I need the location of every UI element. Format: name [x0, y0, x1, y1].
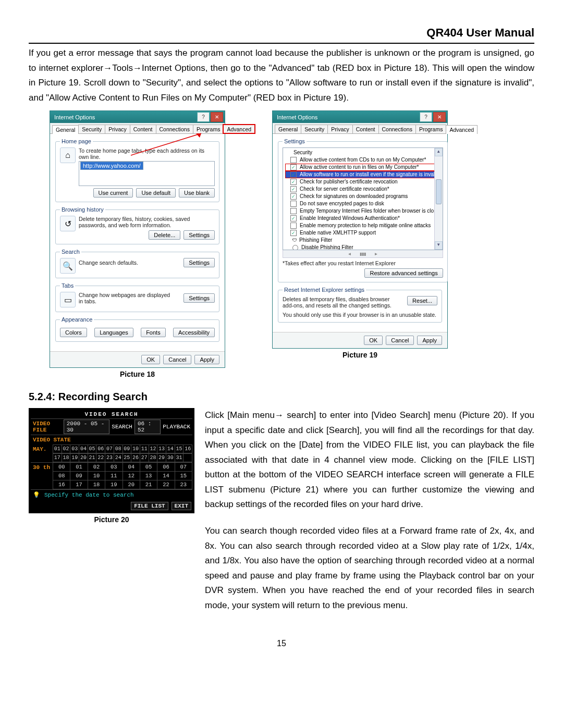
dialog-ok-button[interactable]: OK	[364, 336, 383, 345]
tabs-settings-button[interactable]: Settings	[183, 293, 215, 303]
calendar-day-cell[interactable]: 10	[131, 445, 140, 453]
close-icon[interactable]: ✕	[211, 112, 223, 122]
radio-icon[interactable]	[292, 245, 298, 251]
calendar-day-cell[interactable]: 02	[62, 445, 71, 453]
calendar-day-cell[interactable]: 28	[149, 454, 158, 462]
reset-button[interactable]: Reset...	[407, 296, 437, 305]
tab-advanced[interactable]: Advanced	[446, 125, 478, 134]
tab-content[interactable]: Content	[130, 125, 156, 133]
scroll-up-arrow[interactable]: ▲	[435, 148, 443, 156]
hour-cell[interactable]: 02	[88, 463, 105, 472]
checkbox-icon[interactable]: ✓	[290, 215, 297, 221]
setting-row[interactable]: ✓Enable Integrated Windows Authenticatio…	[285, 215, 440, 222]
video-time-input[interactable]: 06 : 52	[134, 419, 161, 434]
calendar-day-cell[interactable]: 26	[131, 454, 140, 462]
hour-cell[interactable]: 17	[70, 480, 88, 489]
calendar-day-cell[interactable]: 17	[53, 454, 62, 462]
hour-cell[interactable]: 08	[53, 472, 70, 480]
setting-row[interactable]: Empty Temporary Internet Files folder wh…	[285, 207, 440, 215]
hour-cell[interactable]: 01	[70, 463, 88, 472]
checkbox-icon[interactable]: ✓	[290, 164, 297, 170]
hour-cell[interactable]: 19	[105, 480, 123, 489]
calendar-day-cell[interactable]: 27	[140, 454, 149, 462]
setting-row[interactable]: ✓Enable native XMLHTTP support	[285, 229, 440, 237]
calendar-day-cell[interactable]: 30	[166, 454, 175, 462]
hour-cell[interactable]: 16	[53, 480, 70, 489]
tab-security[interactable]: Security	[78, 125, 105, 133]
close-icon[interactable]: ✕	[433, 112, 446, 122]
hour-cell[interactable]: 13	[140, 472, 157, 480]
hour-cell[interactable]: 22	[157, 480, 175, 489]
calendar-day-cell[interactable]: 05	[88, 445, 97, 453]
search-settings-button[interactable]: Settings	[183, 258, 215, 267]
hour-cell[interactable]: 05	[140, 463, 157, 472]
hour-cell[interactable]: 15	[175, 472, 192, 480]
checkbox-icon[interactable]	[290, 201, 297, 207]
appearance-languages-button[interactable]: Languages	[94, 328, 133, 337]
hour-cell[interactable]: 06	[157, 463, 175, 472]
tab-privacy[interactable]: Privacy	[105, 125, 130, 133]
hour-cell[interactable]: 10	[88, 472, 105, 480]
hour-cell[interactable]: 23	[175, 480, 192, 489]
tab-privacy[interactable]: Privacy	[327, 125, 352, 133]
checkbox-icon[interactable]: ✓	[290, 179, 297, 185]
setting-row[interactable]: Disable Phishing Filter	[285, 244, 440, 250]
checkbox-icon[interactable]: ✓	[290, 230, 297, 236]
home-use-blank-button[interactable]: Use blank	[179, 188, 215, 198]
calendar-day-cell[interactable]: 15	[175, 445, 184, 453]
calendar-day-cell[interactable]: 18	[62, 454, 71, 462]
calendar-day-cell[interactable]: 04	[79, 445, 88, 453]
tab-general[interactable]: General	[52, 125, 79, 134]
scroll-thumb[interactable]	[436, 179, 442, 204]
settings-listbox[interactable]: SecurityAllow active content from CDs to…	[283, 147, 443, 250]
calendar-day-cell[interactable]: 16	[183, 445, 192, 453]
restore-advanced-button[interactable]: Restore advanced settings	[364, 268, 443, 278]
help-icon[interactable]: ?	[420, 112, 432, 122]
calendar-day-cell[interactable]: 20	[79, 454, 88, 462]
calendar-day-cell[interactable]: 24	[114, 454, 123, 462]
hour-cell[interactable]: 03	[105, 463, 123, 472]
dialog-ok-button[interactable]: OK	[141, 355, 160, 364]
setting-row[interactable]: Do not save encrypted pages to disk	[285, 200, 440, 207]
appearance-colors-button[interactable]: Colors	[60, 328, 87, 337]
setting-row[interactable]: Allow active content from CDs to run on …	[285, 156, 440, 164]
video-search-button[interactable]: SEARCH	[109, 422, 134, 431]
tab-connections[interactable]: Connections	[156, 125, 193, 133]
setting-row[interactable]: ✓Check for server certificate revocation…	[285, 186, 440, 193]
file-list-button[interactable]: FILE LIST	[131, 502, 168, 510]
video-playback-button[interactable]: PLAYBACK	[161, 422, 192, 431]
setting-row[interactable]: ✓Check for signatures on downloaded prog…	[285, 193, 440, 200]
home-use-default-button[interactable]: Use default	[136, 188, 176, 198]
calendar-day-cell[interactable]: 31	[175, 454, 184, 462]
calendar-day-cell[interactable]	[183, 454, 192, 462]
hour-cell[interactable]: 04	[123, 463, 140, 472]
calendar-day-cell[interactable]: 13	[157, 445, 166, 453]
dialog-apply-button[interactable]: Apply	[417, 336, 442, 345]
calendar-day-cell[interactable]: 08	[114, 445, 123, 453]
calendar-day-cell[interactable]: 06	[96, 445, 105, 453]
video-date-input[interactable]: 2000 - 05 - 30	[64, 419, 110, 434]
tab-advanced[interactable]: Advanced	[223, 125, 255, 133]
hour-cell[interactable]: 07	[175, 463, 192, 472]
hour-cell[interactable]: 11	[105, 472, 123, 480]
checkbox-icon[interactable]: ✓	[290, 186, 297, 192]
tab-security[interactable]: Security	[301, 125, 328, 133]
scroll-down-arrow[interactable]: ▼	[435, 241, 443, 250]
hour-cell[interactable]: 09	[70, 472, 88, 480]
tab-general[interactable]: General	[275, 125, 301, 133]
tab-programs[interactable]: Programs	[193, 125, 224, 133]
calendar-day-cell[interactable]: 11	[140, 445, 149, 453]
checkbox-icon[interactable]: ✓	[290, 193, 297, 200]
appearance-accessibility-button[interactable]: Accessibility	[173, 328, 215, 337]
calendar-day-cell[interactable]: 09	[123, 445, 132, 453]
home-use-current-button[interactable]: Use current	[93, 188, 133, 198]
calendar-day-cell[interactable]: 07	[105, 445, 114, 453]
checkbox-icon[interactable]: ✓	[290, 171, 297, 178]
setting-row[interactable]: Enable memory protection to help mitigat…	[285, 222, 440, 229]
hour-cell[interactable]: 12	[123, 472, 140, 480]
calendar-day-cell[interactable]: 22	[96, 454, 105, 462]
calendar-day-cell[interactable]: 12	[149, 445, 158, 453]
hour-cell[interactable]: 00	[53, 463, 70, 472]
hour-cell[interactable]: 21	[140, 480, 157, 489]
calendar-day-cell[interactable]: 14	[166, 445, 175, 453]
